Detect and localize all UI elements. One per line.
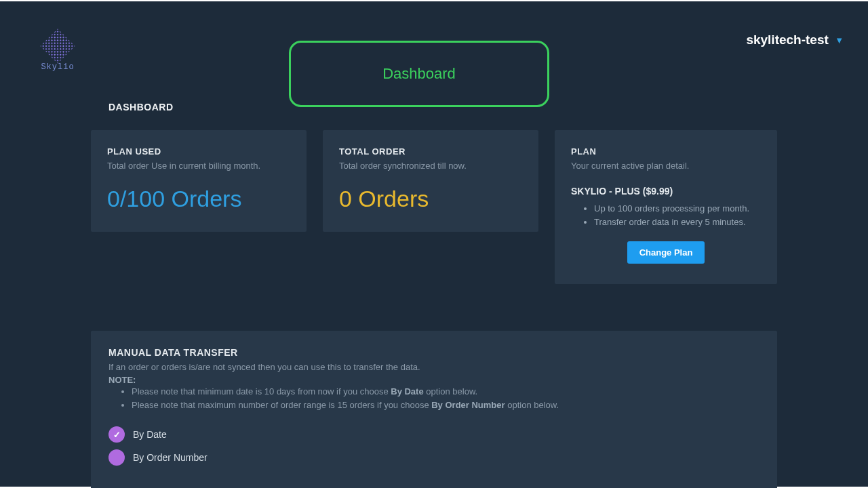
- manual-note: Please note that minimum date is 10 days…: [132, 385, 760, 399]
- manual-note: Please note that maximum number of order…: [132, 399, 760, 412]
- radio-icon: [108, 449, 125, 466]
- app-root: Skylio skylitech-test ▼ Dashboard DASHBO…: [0, 1, 868, 487]
- brand-name: Skylio: [34, 62, 81, 72]
- card-total-order: TOTAL ORDER Total order synchronized til…: [323, 130, 538, 232]
- transfer-mode-radios: By Date By Order Number: [108, 426, 760, 466]
- radio-label: By Order Number: [133, 452, 208, 463]
- card-title: TOTAL ORDER: [339, 146, 522, 157]
- card-subtitle: Total order Use in current billing month…: [107, 161, 290, 171]
- tab-dashboard[interactable]: Dashboard: [289, 41, 549, 107]
- account-name: skylitech-test: [746, 33, 828, 47]
- radio-icon: [108, 426, 125, 443]
- change-plan-button[interactable]: Change Plan: [627, 241, 705, 264]
- card-title: PLAN: [571, 146, 761, 157]
- manual-description: If an order or orders is/are not synced …: [108, 362, 760, 372]
- card-subtitle: Your current active plan detail.: [571, 161, 761, 171]
- plan-feature: Transfer order data in every 5 minutes.: [594, 216, 761, 229]
- card-title: PLAN USED: [107, 146, 290, 157]
- manual-notes-list: Please note that minimum date is 10 days…: [132, 385, 760, 411]
- page-title: DASHBOARD: [108, 102, 174, 113]
- card-manual-transfer: MANUAL DATA TRANSFER If an order or orde…: [91, 331, 777, 488]
- plan-name: SKYLIO - PLUS ($9.99): [571, 186, 761, 197]
- tab-label: Dashboard: [382, 65, 456, 83]
- account-dropdown[interactable]: skylitech-test ▼: [746, 33, 844, 47]
- stat-cards-row: PLAN USED Total order Use in current bil…: [91, 130, 777, 284]
- radio-label: By Date: [133, 429, 167, 440]
- note-label: NOTE:: [108, 375, 760, 385]
- card-plan-used: PLAN USED Total order Use in current bil…: [91, 130, 307, 232]
- radio-by-date[interactable]: By Date: [108, 426, 760, 443]
- logo-icon: [41, 29, 75, 64]
- card-title: MANUAL DATA TRANSFER: [108, 347, 760, 358]
- total-order-value: 0 Orders: [339, 186, 522, 212]
- chevron-down-icon: ▼: [835, 35, 844, 45]
- card-plan: PLAN Your current active plan detail. SK…: [555, 130, 777, 284]
- card-subtitle: Total order synchronized till now.: [339, 161, 522, 171]
- plan-used-value: 0/100 Orders: [107, 186, 290, 212]
- radio-by-order-number[interactable]: By Order Number: [108, 449, 760, 466]
- plan-feature-list: Up to 100 orders processing per month. T…: [594, 202, 761, 229]
- brand-logo[interactable]: Skylio: [34, 34, 81, 72]
- plan-feature: Up to 100 orders processing per month.: [594, 202, 761, 216]
